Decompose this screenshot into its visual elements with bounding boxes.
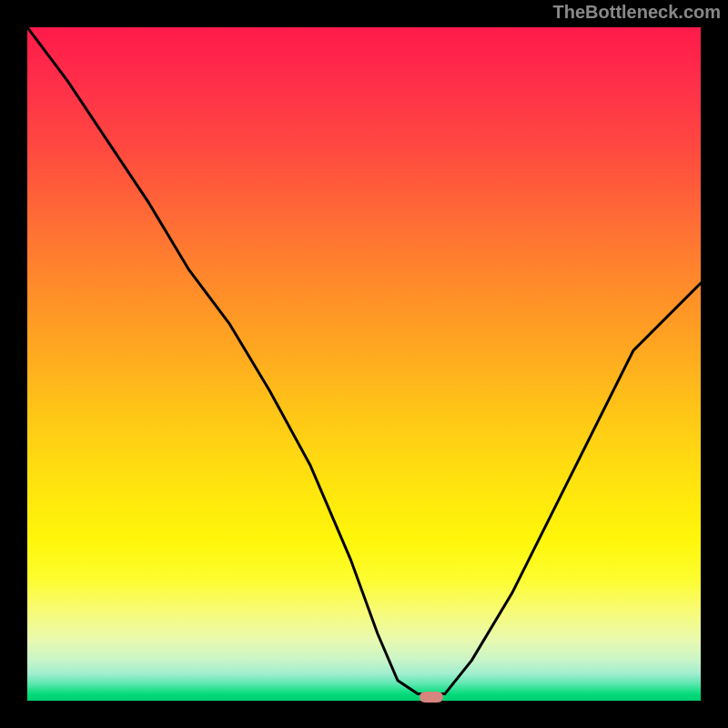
optimal-marker: [420, 692, 443, 703]
watermark-text: TheBottleneck.com: [553, 2, 721, 23]
bottleneck-curve: [27, 27, 701, 694]
curve-svg: [27, 27, 701, 701]
plot-area: [27, 27, 701, 701]
